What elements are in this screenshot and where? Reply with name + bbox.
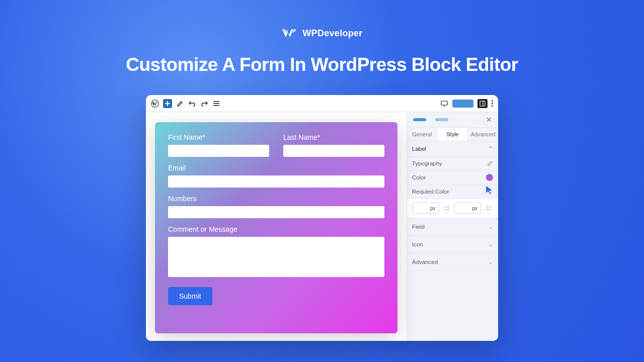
- panel-icon[interactable]: Icon ⌄: [407, 236, 498, 253]
- chevron-up-icon: ⌃: [488, 145, 493, 152]
- svg-rect-4: [213, 103, 219, 104]
- svg-rect-17: [489, 209, 491, 210]
- brand-logo: WPDeveloper: [126, 26, 518, 40]
- editor-canvas: First Name* Last Name* Email Numbers: [146, 112, 407, 341]
- svg-rect-2: [165, 103, 170, 104]
- last-name-input[interactable]: [283, 145, 384, 157]
- redo-icon[interactable]: [200, 100, 208, 108]
- svg-rect-10: [445, 207, 446, 207]
- close-icon[interactable]: ✕: [486, 116, 492, 124]
- unit-input-1[interactable]: px: [412, 203, 439, 214]
- settings-sidebar: ✕ General Style Advanced Label ⌃ Typogra…: [407, 112, 498, 341]
- svg-rect-6: [441, 101, 447, 105]
- panel-field[interactable]: Field ⌄: [407, 218, 498, 236]
- undo-icon[interactable]: [188, 100, 196, 108]
- chevron-down-icon: ⌄: [488, 223, 493, 230]
- link-dimensions-icon-2[interactable]: [484, 204, 493, 213]
- add-block-button[interactable]: [163, 99, 172, 108]
- comment-textarea[interactable]: [168, 237, 384, 277]
- svg-rect-5: [213, 105, 219, 106]
- editor-window: First Name* Last Name* Email Numbers: [146, 95, 498, 341]
- submit-button[interactable]: Submit: [168, 287, 212, 305]
- tab-general[interactable]: General: [407, 128, 438, 141]
- wordpress-logo-icon[interactable]: [151, 100, 159, 108]
- unit-controls: px px: [407, 199, 498, 218]
- panel-label-header[interactable]: Label ⌃: [407, 141, 498, 157]
- publish-button[interactable]: [452, 100, 473, 108]
- chevron-down-icon: ⌄: [488, 241, 493, 248]
- tab-advanced[interactable]: Advanced: [468, 128, 498, 141]
- svg-rect-8: [480, 101, 485, 106]
- sidebar-tabs: General Style Advanced: [407, 127, 498, 141]
- email-input[interactable]: [168, 175, 384, 188]
- email-label: Email: [168, 164, 384, 172]
- editor-toolbar: [146, 95, 498, 112]
- color-swatch-icon[interactable]: [486, 174, 493, 181]
- svg-rect-3: [213, 101, 219, 102]
- form-block[interactable]: First Name* Last Name* Email Numbers: [155, 122, 397, 333]
- numbers-label: Numbers: [168, 195, 384, 203]
- first-name-input[interactable]: [168, 145, 269, 157]
- list-view-icon[interactable]: [212, 100, 220, 108]
- panel-label-title: Label: [412, 146, 426, 152]
- svg-rect-13: [447, 209, 449, 210]
- first-name-label: First Name*: [168, 133, 269, 141]
- row-required-color[interactable]: Requied Color: [407, 185, 498, 199]
- more-options-icon[interactable]: [492, 100, 493, 107]
- desktop-view-icon[interactable]: [440, 100, 448, 108]
- svg-rect-14: [487, 207, 488, 207]
- tab-style[interactable]: Style: [438, 128, 468, 141]
- page-headline: Customize A Form In WordPress Block Edit…: [126, 54, 518, 75]
- edit-typography-icon[interactable]: [487, 160, 493, 166]
- link-dimensions-icon[interactable]: [442, 204, 451, 213]
- last-name-label: Last Name*: [283, 133, 384, 141]
- unit-input-2[interactable]: px: [454, 203, 481, 214]
- edit-icon[interactable]: [176, 100, 184, 108]
- numbers-input[interactable]: [168, 206, 384, 218]
- settings-sidebar-toggle[interactable]: [477, 99, 488, 108]
- sidebar-tab-pill-2[interactable]: [435, 118, 448, 121]
- brand-name: WPDeveloper: [302, 28, 362, 39]
- row-typography[interactable]: Typography: [407, 157, 498, 170]
- svg-rect-12: [445, 209, 446, 210]
- logo-mark-icon: [281, 26, 297, 40]
- svg-point-0: [151, 100, 158, 107]
- panel-advanced[interactable]: Advanced ⌄: [407, 253, 498, 271]
- row-color[interactable]: Color: [407, 170, 498, 185]
- svg-rect-16: [487, 209, 488, 210]
- chevron-down-icon: ⌄: [488, 258, 493, 265]
- sidebar-tab-pill-1[interactable]: [413, 118, 426, 121]
- svg-rect-15: [489, 207, 491, 207]
- comment-label: Comment or Message: [168, 225, 384, 233]
- svg-rect-11: [447, 207, 449, 207]
